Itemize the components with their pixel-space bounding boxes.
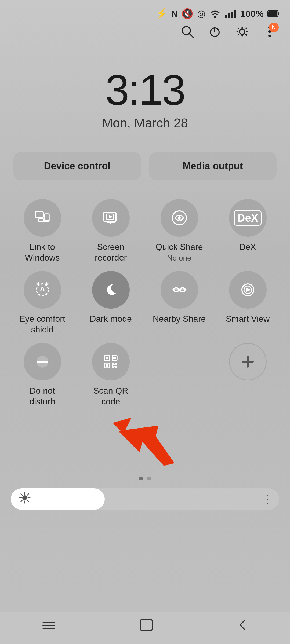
red-arrow-svg bbox=[110, 415, 180, 469]
tile-icon-screen-recorder bbox=[92, 199, 130, 237]
wifi-icon bbox=[209, 9, 221, 19]
tile-label-screen-recorder: Screenrecorder bbox=[95, 241, 127, 263]
svg-marker-39 bbox=[246, 288, 251, 292]
tile-icon-dnd bbox=[24, 343, 61, 380]
tile-icon-eye-comfort: A bbox=[24, 271, 61, 309]
svg-rect-47 bbox=[106, 364, 108, 367]
svg-marker-55 bbox=[118, 426, 175, 466]
svg-line-63 bbox=[27, 500, 29, 502]
svg-point-57 bbox=[22, 495, 27, 500]
brightness-more[interactable]: ⋮ bbox=[262, 492, 274, 506]
tile-label-quick-share: Quick Share bbox=[155, 241, 203, 252]
tile-link-windows[interactable]: Link toWindows bbox=[11, 199, 74, 263]
svg-rect-66 bbox=[42, 622, 55, 623]
svg-rect-45 bbox=[113, 357, 116, 359]
tile-label-link-windows: Link toWindows bbox=[25, 241, 60, 263]
page-dots bbox=[0, 469, 290, 486]
tile-label-nearby-share: Nearby Share bbox=[153, 313, 206, 324]
tile-label-scan-qr: Scan QRcode bbox=[93, 385, 128, 407]
signal-icon bbox=[225, 9, 237, 19]
tile-label-dex: DeX bbox=[239, 241, 256, 252]
tile-icon-nearby-share bbox=[161, 271, 198, 309]
svg-text:A: A bbox=[40, 285, 45, 293]
tile-add[interactable] bbox=[216, 343, 279, 407]
nav-bar bbox=[0, 612, 290, 644]
battery-icon bbox=[267, 10, 279, 17]
media-output-button[interactable]: Media output bbox=[149, 152, 277, 180]
tile-dex[interactable]: DeX DeX bbox=[216, 199, 279, 263]
tile-label-dnd: Do notdisturb bbox=[29, 385, 55, 407]
svg-rect-2 bbox=[228, 13, 230, 18]
svg-point-30 bbox=[37, 283, 39, 285]
tile-nearby-share[interactable]: Nearby Share bbox=[148, 271, 211, 335]
tile-icon-dex: DeX bbox=[229, 199, 267, 237]
svg-line-34 bbox=[36, 283, 37, 284]
power-button[interactable] bbox=[208, 25, 222, 42]
search-button[interactable] bbox=[180, 25, 194, 42]
tile-icon-smart-view bbox=[229, 271, 267, 309]
device-control-button[interactable]: Device control bbox=[13, 152, 141, 180]
tile-dark-mode[interactable]: Dark mode bbox=[79, 271, 142, 335]
qs-toolbar: N bbox=[0, 22, 290, 47]
svg-rect-3 bbox=[231, 12, 233, 18]
svg-rect-7 bbox=[268, 11, 277, 16]
clock-date: Mon, March 28 bbox=[102, 116, 188, 130]
svg-line-35 bbox=[48, 283, 49, 284]
location-icon: ◎ bbox=[197, 8, 205, 19]
nav-back-button[interactable] bbox=[236, 617, 249, 636]
bluetooth-icon: ⚡ bbox=[155, 8, 168, 19]
svg-rect-16 bbox=[35, 212, 43, 218]
svg-line-62 bbox=[21, 494, 23, 496]
svg-point-12 bbox=[240, 29, 245, 34]
tile-icon-link-windows bbox=[24, 199, 61, 237]
nfc-icon: N bbox=[171, 9, 177, 19]
notification-badge: N bbox=[269, 23, 279, 32]
svg-line-9 bbox=[189, 34, 193, 38]
tiles-grid: Link toWindows Screenrecorder bbox=[11, 199, 279, 407]
svg-rect-4 bbox=[234, 10, 236, 18]
tile-eye-comfort[interactable]: A Eye comfortshield bbox=[11, 271, 74, 335]
nav-home-button[interactable] bbox=[139, 617, 154, 636]
battery-percentage: 100% bbox=[240, 9, 264, 19]
svg-rect-52 bbox=[112, 365, 117, 366]
svg-rect-1 bbox=[225, 15, 227, 18]
tile-screen-recorder[interactable]: Screenrecorder bbox=[79, 199, 142, 263]
brightness-slider[interactable]: ⋮ bbox=[11, 488, 279, 510]
clock-section: 3:13 Mon, March 28 bbox=[0, 47, 290, 147]
status-bar: ⚡ N 🔇 ◎ 100% bbox=[0, 0, 290, 22]
tiles-section: Link toWindows Screenrecorder bbox=[0, 191, 290, 412]
svg-line-64 bbox=[27, 494, 29, 496]
tile-icon-scan-qr bbox=[92, 343, 130, 380]
more-button[interactable]: N bbox=[263, 25, 277, 42]
svg-marker-25 bbox=[109, 215, 113, 219]
arrow-annotation bbox=[0, 412, 290, 469]
tile-sublabel-quick-share: No one bbox=[167, 254, 191, 262]
clock-time: 3:13 bbox=[105, 68, 184, 111]
svg-rect-68 bbox=[42, 628, 55, 629]
settings-button[interactable] bbox=[235, 25, 249, 42]
tile-dnd[interactable]: Do notdisturb bbox=[11, 343, 74, 407]
svg-point-0 bbox=[214, 16, 216, 18]
tile-scan-qr[interactable]: Scan QRcode bbox=[79, 343, 142, 407]
tile-label-eye-comfort: Eye comfortshield bbox=[19, 313, 65, 335]
tile-smart-view[interactable]: Smart View bbox=[216, 271, 279, 335]
tile-quick-share[interactable]: Quick Share No one bbox=[148, 199, 211, 263]
tile-icon-dark-mode bbox=[92, 271, 130, 309]
page-dot-1 bbox=[139, 477, 143, 480]
control-buttons: Device control Media output bbox=[0, 147, 290, 191]
tile-label-dark-mode: Dark mode bbox=[90, 313, 132, 324]
svg-point-27 bbox=[178, 217, 181, 219]
tile-icon-quick-share bbox=[161, 199, 198, 237]
svg-rect-17 bbox=[39, 218, 43, 222]
nav-recent-button[interactable] bbox=[41, 619, 56, 635]
svg-rect-67 bbox=[42, 625, 55, 626]
svg-rect-6 bbox=[278, 12, 279, 15]
svg-line-65 bbox=[21, 500, 23, 502]
tile-label-smart-view: Smart View bbox=[226, 313, 270, 324]
brightness-icon bbox=[19, 492, 31, 506]
svg-point-15 bbox=[268, 35, 271, 37]
svg-point-31 bbox=[45, 283, 48, 285]
tile-icon-add bbox=[229, 343, 267, 380]
svg-rect-69 bbox=[140, 619, 152, 631]
mute-icon: 🔇 bbox=[181, 8, 193, 19]
